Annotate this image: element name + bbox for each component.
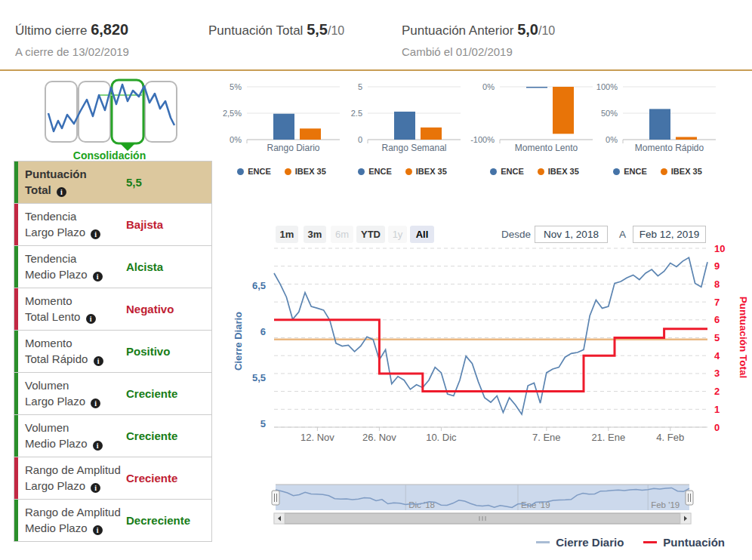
indicator-label: VolumenMedio Plazo i — [25, 420, 103, 451]
axis-tick-label: 100% — [596, 82, 618, 91]
right-axis-tick: 7 — [714, 297, 720, 308]
legend-item-IBEX 35[interactable]: IBEX 35 — [285, 167, 326, 176]
legend-label: ENCE — [624, 167, 647, 176]
mini-chart-legend: ENCEIBEX 35 — [470, 167, 599, 176]
price-score-chart[interactable]: 12. Nov26. Nov10. Dic7. Ene21. Ene4. Feb… — [219, 243, 752, 458]
indicator-label: Rango de AmplitudLargo Plazo i — [25, 462, 121, 494]
axis-tick-label: 5 — [358, 82, 362, 91]
info-circle-icon[interactable]: i — [93, 272, 103, 282]
info-circle-icon[interactable]: i — [94, 356, 103, 366]
last-close-block: Último cierre 6,820 A cierre de 13/02/20… — [15, 21, 128, 38]
info-circle-icon[interactable]: i — [93, 441, 103, 451]
x-axis-label: 10. Dic — [426, 432, 457, 443]
mini-chart-title: Momento Lento — [515, 143, 578, 153]
legend-item-IBEX 35[interactable]: IBEX 35 — [405, 167, 447, 176]
bar-ENCE[interactable] — [526, 87, 547, 88]
navigator-handle-right[interactable] — [686, 491, 693, 505]
chart-navigator[interactable]: Dic '18Ene '19Feb '19 — [219, 483, 752, 525]
total-score-label: Puntuación Total 5,5/10 — [208, 23, 344, 38]
indicator-label: VolumenLargo Plazo i — [25, 377, 100, 409]
market-phase-widget: Consolidación — [39, 78, 180, 155]
axis-tick-label: 0% — [230, 135, 242, 144]
mini-chart-legend: ENCEIBEX 35 — [337, 167, 467, 176]
indicator-value: Creciente — [126, 457, 177, 499]
total-score-block: Puntuación Total 5,5/10 — [208, 21, 344, 38]
legend-item-IBEX 35[interactable]: IBEX 35 — [538, 167, 579, 176]
legend-item-Cierre Diario[interactable]: Cierre Diario — [536, 536, 624, 549]
range-button-1m[interactable]: 1m — [276, 226, 298, 243]
range-button-All[interactable]: All — [410, 226, 434, 243]
legend-label: Puntuación — [663, 536, 725, 549]
bar-IBEX 35[interactable] — [300, 128, 321, 140]
sentiment-bar — [14, 331, 18, 372]
legend-dot-icon — [285, 168, 291, 175]
indicator-row-1: TendenciaLargo Plazo iBajista — [14, 204, 212, 246]
legend-item-ENCE[interactable]: ENCE — [237, 167, 271, 176]
info-circle-icon[interactable]: i — [91, 398, 100, 408]
bar-IBEX 35[interactable] — [553, 87, 574, 134]
sentiment-bar — [14, 246, 18, 288]
mini-chart-legend: ENCEIBEX 35 — [217, 167, 347, 176]
legend-dot-icon — [613, 168, 620, 175]
total-score-value: 5,5 — [307, 21, 328, 38]
chart-legend: Cierre DiarioPuntuación — [536, 536, 725, 549]
momento-lento-plot: 0%-100%Momento Lento — [470, 78, 599, 153]
mini-chart-legend: ENCEIBEX 35 — [593, 167, 723, 176]
legend-label: IBEX 35 — [548, 167, 579, 176]
right-axis-tick: 10 — [714, 243, 725, 254]
rango-diario-plot: 0%2,5%5%Rango Diario — [217, 78, 347, 153]
bar-ENCE[interactable] — [394, 112, 415, 140]
from-date-input[interactable] — [535, 226, 608, 243]
legend-label: ENCE — [248, 167, 271, 176]
indicator-table: PuntuaciónTotal i5,5TendenciaLargo Plazo… — [14, 161, 212, 542]
legend-item-ENCE[interactable]: ENCE — [490, 167, 524, 176]
from-date-label: Desde — [501, 229, 531, 240]
range-button-YTD[interactable]: YTD — [356, 226, 385, 243]
sentiment-bar — [14, 457, 18, 499]
sentiment-bar — [14, 288, 18, 330]
axis-tick-label: 0 — [358, 135, 362, 144]
indicator-value: Creciente — [126, 415, 177, 457]
left-axis-tick: 6,5 — [252, 280, 266, 291]
mini-chart-rango-diario: 0%2,5%5%Rango DiarioENCEIBEX 35 — [217, 78, 347, 176]
right-axis-tick: 6 — [714, 314, 720, 325]
range-button-3m[interactable]: 3m — [304, 226, 326, 243]
indicator-label: TendenciaLargo Plazo i — [25, 208, 100, 240]
indicator-value: 5,5 — [126, 162, 142, 203]
indicator-value: Creciente — [126, 373, 177, 414]
rango-semanal-plot: 02.55Rango Semanal — [337, 78, 467, 153]
navigator-handle-left[interactable] — [272, 491, 279, 505]
bar-IBEX 35[interactable] — [676, 137, 697, 140]
legend-item-Puntuación[interactable]: Puntuación — [643, 536, 725, 549]
indicator-value: Bajista — [126, 204, 163, 245]
indicator-row-3: MomentoTotal Lento iNegativo — [14, 288, 212, 331]
info-circle-icon[interactable]: i — [57, 187, 66, 197]
info-circle-icon[interactable]: i — [91, 483, 100, 493]
legend-item-ENCE[interactable]: ENCE — [358, 167, 392, 176]
bar-IBEX 35[interactable] — [421, 128, 442, 140]
to-date-input[interactable] — [633, 226, 706, 243]
legend-item-IBEX 35[interactable]: IBEX 35 — [661, 167, 702, 176]
mini-chart-title: Momento Rápido — [635, 143, 704, 153]
info-circle-icon[interactable]: i — [91, 229, 100, 239]
previous-score-label: Puntuación Anterior 5,0/10 — [402, 23, 555, 38]
bar-ENCE[interactable] — [273, 114, 294, 140]
info-circle-icon[interactable]: i — [86, 314, 96, 324]
legend-item-ENCE[interactable]: ENCE — [613, 167, 647, 176]
legend-label: ENCE — [368, 167, 392, 176]
previous-score-block: Puntuación Anterior 5,0/10 Cambió el 01/… — [402, 21, 555, 38]
info-circle-icon[interactable]: i — [93, 525, 103, 535]
range-button-1y: 1y — [388, 226, 407, 243]
indicator-value: Negativo — [126, 288, 174, 330]
right-axis-tick: 5 — [714, 332, 720, 343]
left-axis-tick: 5 — [260, 418, 266, 429]
legend-label: Cierre Diario — [556, 536, 624, 549]
previous-score-value: 5,0 — [517, 21, 538, 38]
indicator-label: MomentoTotal Rápido i — [25, 335, 103, 367]
bar-ENCE[interactable] — [649, 109, 670, 140]
legend-dot-icon — [358, 168, 365, 175]
mini-chart-momento-rapido: 0%50%100%Momento RápidoENCEIBEX 35 — [593, 78, 723, 176]
indicator-row-7: Rango de AmplitudLargo Plazo iCreciente — [14, 457, 212, 500]
to-date-label: A — [619, 229, 626, 240]
x-axis-label: 26. Nov — [362, 432, 396, 443]
